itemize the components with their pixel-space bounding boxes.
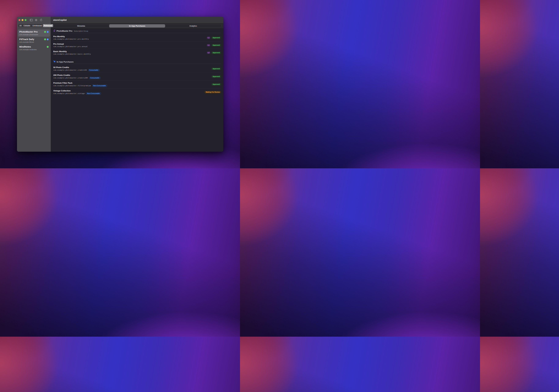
product-id: com.example.photomaster.pro.monthly	[53, 38, 89, 40]
sidebar-toggle-icon	[30, 19, 33, 21]
status-badge: Approved	[211, 36, 221, 39]
released-check-icon: ✓	[44, 31, 46, 33]
product-type-badge: Consumable	[89, 77, 101, 79]
status-badge: Approved	[211, 44, 221, 46]
product-badges: L1 Approved	[207, 44, 221, 46]
product-type-badge: Consumable	[88, 69, 100, 71]
tab[interactable]: Metadata	[53, 24, 109, 27]
title-bar: storeCopilot	[51, 17, 223, 23]
product-name: Pro Monthly	[53, 35, 207, 38]
minimize-window-button[interactable]	[22, 19, 23, 21]
app-meta: MindNotes com.example.mindnotes	[19, 45, 47, 51]
product-id: com.example.photomaster.vintage	[53, 92, 85, 95]
filter-option[interactable]: Released	[43, 24, 53, 27]
subscription-sync-icon	[53, 30, 56, 32]
app-status-badges: ✓	[47, 46, 49, 48]
app-status-badges: ✓ ✎	[44, 38, 49, 40]
product-name: 50 Photo Credits	[53, 66, 211, 69]
product-info: Pro Monthly com.example.photomaster.pro.…	[53, 35, 207, 40]
app-name: MindNotes	[19, 45, 47, 48]
product-info: Premium Filter Pack com.example.photomas…	[53, 82, 211, 87]
close-window-button[interactable]	[19, 19, 20, 21]
subscription-group-type: Subscription Group	[74, 30, 88, 32]
product-name: Premium Filter Pack	[53, 82, 211, 84]
app-bundle-id: com.example.photomaster	[19, 34, 44, 36]
product-name: 200 Photo Credits	[53, 74, 211, 76]
app-list-item[interactable]: FitTrack Daily com.example.fittrack ✓ ✎	[18, 37, 50, 44]
app-bundle-id: com.example.fittrack	[19, 41, 44, 43]
app-window: ⚙ All Editable Unreleased	[17, 17, 223, 152]
product-id: com.example.photomaster.pro.annual	[53, 45, 88, 48]
status-badge: Approved	[211, 52, 221, 54]
product-name: Basic Monthly	[53, 50, 207, 53]
iap-product-row[interactable]: 50 Photo Credits com.example.photomaster…	[53, 65, 221, 73]
app-meta: PhotoMaster Pro com.example.photomaster	[19, 30, 44, 36]
product-id: com.example.photomaster.credits50	[53, 69, 87, 71]
product-id: com.example.photomaster.basic.monthly	[53, 53, 91, 55]
app-name: FitTrack Daily	[19, 38, 44, 41]
subscription-level-badge: L1	[207, 44, 211, 46]
tab[interactable]: In-App Purchases	[109, 24, 165, 27]
zoom-window-button[interactable]	[25, 19, 27, 21]
editable-pencil-icon: ✎	[47, 31, 49, 33]
status-badge: Approved	[211, 68, 221, 70]
refresh-button[interactable]	[39, 18, 43, 22]
released-check-icon: ✓	[47, 46, 49, 48]
product-name: Vintage Collection	[53, 89, 205, 92]
refresh-icon	[40, 19, 42, 21]
product-badges: L2 Approved	[207, 52, 221, 54]
settings-button[interactable]: ⚙	[34, 18, 38, 22]
iap-section-title: In-App Purchases	[57, 61, 74, 63]
subscription-level-badge: L1	[207, 36, 211, 39]
status-badge: Approved	[211, 75, 221, 78]
product-info: Pro Annual com.example.photomaster.pro.a…	[53, 43, 207, 48]
app-list: PhotoMaster Pro com.example.photomaster …	[17, 29, 51, 152]
subscription-product-row[interactable]: Basic Monthly com.example.photomaster.ba…	[53, 49, 221, 56]
editable-pencil-icon: ✎	[47, 38, 49, 40]
app-list-item[interactable]: PhotoMaster Pro com.example.photomaster …	[18, 29, 50, 37]
subscription-product-row[interactable]: Pro Annual com.example.photomaster.pro.a…	[53, 41, 221, 49]
product-badges: L1 Approved	[207, 36, 221, 39]
status-badge: Waiting For Review	[205, 91, 221, 93]
app-name: PhotoMaster Pro	[19, 30, 44, 33]
product-id: com.example.photomaster.credits200	[53, 77, 88, 79]
released-check-icon: ✓	[44, 38, 46, 40]
main-pane: storeCopilot Metadata In-App Purchases A…	[51, 17, 223, 152]
app-meta: FitTrack Daily com.example.fittrack	[19, 38, 44, 43]
filter-option[interactable]: Editable	[22, 24, 31, 27]
iap-product-row[interactable]: 200 Photo Credits com.example.photomaste…	[53, 73, 221, 80]
status-badge: Approved	[211, 83, 221, 86]
app-list-item[interactable]: MindNotes com.example.mindnotes ✓	[18, 45, 50, 52]
product-id: com.example.photomaster.filterpremium	[53, 85, 91, 87]
product-type-badge: Non-Consumable	[86, 92, 101, 95]
product-info: 200 Photo Credits com.example.photomaste…	[53, 74, 211, 79]
subscription-product-row[interactable]: Pro Monthly com.example.photomaster.pro.…	[53, 34, 221, 41]
filter-option[interactable]: Unreleased	[31, 24, 43, 27]
product-info: Basic Monthly com.example.photomaster.ba…	[53, 50, 207, 55]
subscription-group-header: PhotoMaster Pro Subscription Group	[53, 30, 221, 33]
product-badges: Approved	[211, 68, 221, 70]
release-filter: All Editable Unreleased Released	[17, 23, 51, 29]
iap-product-list: 50 Photo Credits com.example.photomaster…	[53, 65, 221, 96]
subscription-product-list: Pro Monthly com.example.photomaster.pro.…	[53, 34, 221, 56]
tab[interactable]: Analytics	[165, 24, 221, 27]
product-badges: Waiting For Review	[205, 91, 221, 93]
release-filter-segmented: All Editable Unreleased Released	[18, 24, 50, 27]
filter-option[interactable]: All	[18, 24, 22, 27]
content-area: PhotoMaster Pro Subscription Group Pro M…	[51, 29, 223, 152]
gear-icon: ⚙	[35, 19, 37, 22]
product-info: Vintage Collection com.example.photomast…	[53, 89, 205, 95]
toggle-sidebar-button[interactable]	[29, 18, 33, 22]
window-title: storeCopilot	[53, 19, 66, 21]
product-name: Pro Annual	[53, 43, 207, 45]
subscription-level-badge: L2	[207, 52, 211, 54]
sidebar: ⚙ All Editable Unreleased	[17, 17, 51, 152]
app-status-badges: ✓ ✎	[44, 31, 49, 33]
iap-section-header: In-App Purchases	[53, 61, 221, 64]
iap-product-row[interactable]: Vintage Collection com.example.photomast…	[53, 88, 221, 96]
iap-product-row[interactable]: Premium Filter Pack com.example.photomas…	[53, 80, 221, 88]
cart-icon	[53, 61, 56, 63]
sidebar-toolbar: ⚙	[17, 17, 51, 23]
product-type-badge: Non-Consumable	[92, 85, 107, 87]
product-info: 50 Photo Credits com.example.photomaster…	[53, 66, 211, 71]
